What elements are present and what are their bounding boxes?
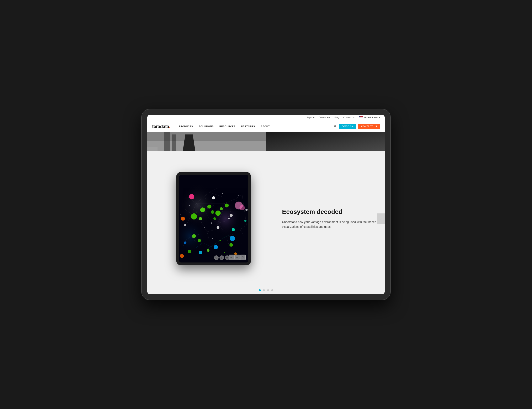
svg-point-71 [184,224,186,226]
zoom-info: © ℹ ⚙ [214,255,229,260]
svg-point-96 [204,227,205,228]
slide-dot-3[interactable] [267,289,269,291]
svg-point-85 [189,205,190,206]
svg-point-98 [220,240,221,241]
svg-point-61 [213,217,216,220]
support-link[interactable]: Support [307,116,315,119]
svg-point-84 [244,220,247,222]
svg-point-62 [229,243,233,247]
slide-description: Understand how your Vantage environment … [282,220,376,229]
svg-point-80 [199,251,202,254]
svg-point-76 [181,217,185,221]
slide-title: Ecosystem decoded [282,208,376,215]
settings-icon: ⚙ [225,255,229,260]
search-icon[interactable]: ⚲ [334,124,336,128]
nav-partners[interactable]: PARTNERS [241,125,255,128]
svg-point-69 [217,226,219,229]
slide-dot-2[interactable] [263,289,265,291]
zoom-out-button[interactable]: − [234,255,240,260]
zoom-reset-button[interactable]: ⊙ [240,255,246,260]
logo-dot: . [169,123,171,129]
region-label: United States [364,116,378,119]
us-flag-icon [359,116,363,119]
content-section: + − ⊙ © ℹ ⚙ [147,151,385,286]
utility-bar: Support Developers Blog Contact Us Unite… [147,115,385,120]
logo-text: teradata. [152,123,170,130]
nav-products[interactable]: PRODUCTS [179,125,193,128]
nav-links: PRODUCTS SOLUTIONS RESOURCES PARTNERS AB… [179,125,334,128]
tablet-mockup-container: + − ⊙ © ℹ ⚙ [147,151,278,286]
hero-right-image [266,132,385,151]
nav-solutions[interactable]: SOLUTIONS [199,125,213,128]
slide-dot-1[interactable] [259,289,261,291]
svg-point-58 [215,211,220,216]
svg-point-65 [188,250,191,253]
svg-rect-3 [172,134,176,151]
svg-point-75 [189,194,194,199]
developers-link[interactable]: Developers [319,116,330,119]
tablet-frame: Support Developers Blog Contact Us Unite… [141,109,391,300]
svg-point-57 [199,217,202,220]
inner-tablet-screen: + − ⊙ © ℹ ⚙ [179,175,248,262]
nav-resources[interactable]: RESOURCES [220,125,235,128]
svg-point-53 [191,214,197,220]
blog-link[interactable]: Blog [335,116,339,119]
svg-point-60 [225,204,229,207]
svg-point-55 [207,204,211,208]
svg-point-56 [211,210,214,214]
svg-point-92 [180,214,181,214]
logo[interactable]: teradata. [152,123,170,130]
hero-left-bg [147,132,266,151]
svg-point-70 [245,209,248,211]
svg-point-87 [222,193,223,194]
svg-point-81 [214,245,218,249]
nav-actions: ⚲ COVID 19 CONTACT US [334,124,380,129]
inner-tablet-device: + − ⊙ © ℹ ⚙ [176,172,251,265]
tablet-screen: Support Developers Blog Contact Us Unite… [147,115,385,294]
svg-point-68 [230,214,233,217]
svg-point-79 [230,236,235,241]
slide-dots [147,286,385,294]
network-visualization: + − ⊙ © ℹ ⚙ [179,175,248,262]
right-content: Ecosystem decoded Understand how your Va… [278,151,385,286]
info-icon: ℹ [220,255,224,260]
covid-button[interactable]: COVID 19 [339,124,356,129]
svg-point-67 [212,196,215,199]
svg-rect-2 [164,132,170,151]
svg-rect-6 [266,132,385,151]
hero-left-image [147,132,266,151]
svg-point-102 [196,212,197,213]
svg-point-83 [232,228,235,231]
svg-rect-4 [147,147,157,151]
svg-point-93 [212,238,213,239]
contact-us-button[interactable]: CONTACT US [358,124,380,129]
main-nav: teradata. PRODUCTS SOLUTIONS RESOURCES P… [147,120,385,132]
svg-point-103 [228,218,229,219]
svg-point-97 [194,229,195,230]
next-arrow-button[interactable]: › [377,214,385,224]
nav-about[interactable]: ABOUT [261,125,270,128]
svg-point-95 [241,243,241,244]
slide-dot-4[interactable] [271,289,273,291]
svg-point-59 [220,207,223,210]
svg-point-86 [206,198,206,199]
svg-point-88 [238,195,239,196]
svg-point-64 [198,239,201,242]
zoom-info-icon: © [214,255,219,260]
region-selector[interactable]: United States ▾ [359,116,380,119]
svg-point-66 [207,249,210,252]
svg-point-101 [211,222,212,223]
hero-strip [147,132,385,151]
svg-point-54 [200,207,205,212]
contact-us-utility-link[interactable]: Contact Us [343,116,355,119]
svg-point-77 [180,254,184,258]
chevron-down-icon: ▾ [379,117,380,119]
zoom-controls: + − ⊙ [229,255,246,260]
svg-point-82 [184,242,186,244]
svg-point-99 [224,252,225,253]
svg-point-74 [239,205,245,210]
svg-point-63 [192,234,196,238]
